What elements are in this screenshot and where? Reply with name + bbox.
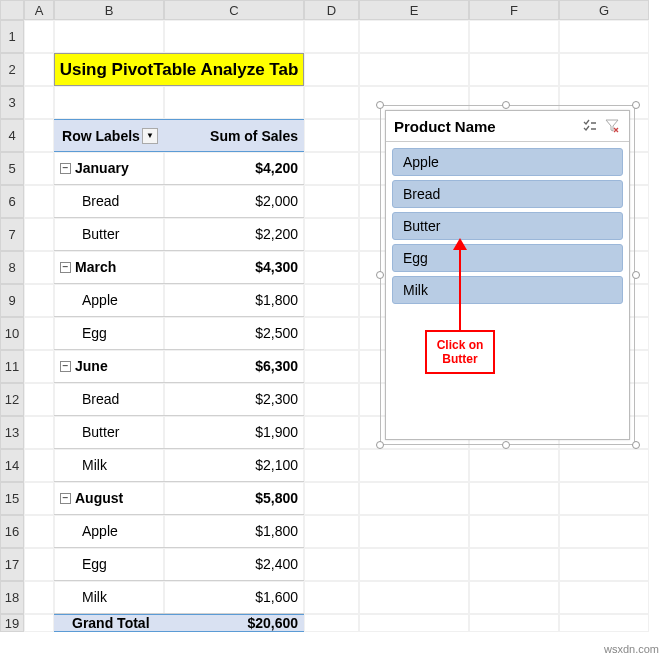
pivot-item-row[interactable]: Butter — [54, 218, 164, 251]
cell[interactable] — [304, 20, 359, 53]
cell[interactable] — [24, 482, 54, 515]
column-header[interactable]: F — [469, 0, 559, 20]
pivot-item-value[interactable]: $1,900 — [164, 416, 304, 449]
cell[interactable] — [359, 20, 469, 53]
cell[interactable] — [24, 449, 54, 482]
pivot-group-total[interactable]: $6,300 — [164, 350, 304, 383]
row-header[interactable]: 4 — [0, 119, 24, 152]
cell[interactable] — [164, 20, 304, 53]
cell[interactable] — [469, 614, 559, 632]
cell[interactable] — [469, 482, 559, 515]
cell[interactable] — [469, 53, 559, 86]
cell[interactable] — [559, 449, 649, 482]
pivot-item-row[interactable]: Milk — [54, 581, 164, 614]
clear-filter-icon[interactable] — [603, 117, 621, 135]
cell[interactable] — [24, 20, 54, 53]
pivot-item-row[interactable]: Butter — [54, 416, 164, 449]
row-header[interactable]: 13 — [0, 416, 24, 449]
cell[interactable] — [559, 548, 649, 581]
multi-select-icon[interactable] — [581, 117, 599, 135]
cell[interactable] — [559, 515, 649, 548]
cell[interactable] — [24, 218, 54, 251]
cell[interactable] — [304, 581, 359, 614]
pivot-group-total[interactable]: $5,800 — [164, 482, 304, 515]
cell[interactable] — [359, 581, 469, 614]
pivot-group-row[interactable]: −August — [54, 482, 164, 515]
cell[interactable] — [24, 251, 54, 284]
cell[interactable] — [304, 548, 359, 581]
row-header[interactable]: 1 — [0, 20, 24, 53]
pivot-item-value[interactable]: $1,800 — [164, 515, 304, 548]
pivot-item-row[interactable]: Milk — [54, 449, 164, 482]
pivot-item-row[interactable]: Apple — [54, 515, 164, 548]
cell[interactable] — [469, 449, 559, 482]
row-header[interactable]: 18 — [0, 581, 24, 614]
pivot-group-row[interactable]: −January — [54, 152, 164, 185]
pivot-group-row[interactable]: −June — [54, 350, 164, 383]
slicer-item[interactable]: Apple — [392, 148, 623, 176]
pivot-item-value[interactable]: $1,600 — [164, 581, 304, 614]
row-header[interactable]: 12 — [0, 383, 24, 416]
pivot-item-row[interactable]: Apple — [54, 284, 164, 317]
cell[interactable] — [304, 416, 359, 449]
cell[interactable] — [24, 581, 54, 614]
cell[interactable] — [54, 86, 164, 119]
pivot-item-value[interactable]: $2,200 — [164, 218, 304, 251]
row-header[interactable]: 11 — [0, 350, 24, 383]
cell[interactable] — [54, 20, 164, 53]
cell[interactable] — [304, 383, 359, 416]
collapse-icon[interactable]: − — [60, 493, 71, 504]
cell[interactable] — [469, 20, 559, 53]
dropdown-icon[interactable]: ▼ — [142, 128, 158, 144]
grand-total-label[interactable]: Grand Total — [54, 614, 164, 632]
cell[interactable] — [24, 284, 54, 317]
slicer-item[interactable]: Milk — [392, 276, 623, 304]
cell[interactable] — [24, 548, 54, 581]
cell[interactable] — [24, 515, 54, 548]
row-header[interactable]: 8 — [0, 251, 24, 284]
collapse-icon[interactable]: − — [60, 361, 71, 372]
cell[interactable] — [24, 416, 54, 449]
row-header[interactable]: 15 — [0, 482, 24, 515]
cell[interactable] — [359, 449, 469, 482]
row-header[interactable]: 5 — [0, 152, 24, 185]
cell[interactable] — [359, 614, 469, 632]
pivot-group-total[interactable]: $4,200 — [164, 152, 304, 185]
pivot-item-value[interactable]: $2,100 — [164, 449, 304, 482]
cell[interactable] — [559, 53, 649, 86]
column-header[interactable]: B — [54, 0, 164, 20]
row-header[interactable]: 3 — [0, 86, 24, 119]
collapse-icon[interactable]: − — [60, 262, 71, 273]
cell[interactable] — [359, 515, 469, 548]
cell[interactable] — [304, 152, 359, 185]
row-header[interactable]: 9 — [0, 284, 24, 317]
row-header[interactable]: 10 — [0, 317, 24, 350]
cell[interactable] — [24, 152, 54, 185]
row-header[interactable]: 14 — [0, 449, 24, 482]
column-header[interactable]: D — [304, 0, 359, 20]
cell[interactable] — [559, 581, 649, 614]
cell[interactable] — [359, 53, 469, 86]
cell[interactable] — [469, 581, 559, 614]
cell[interactable] — [304, 449, 359, 482]
pivot-item-value[interactable]: $1,800 — [164, 284, 304, 317]
cell[interactable] — [304, 482, 359, 515]
cell[interactable] — [304, 218, 359, 251]
slicer-item[interactable]: Butter — [392, 212, 623, 240]
cell[interactable] — [304, 317, 359, 350]
cell[interactable] — [24, 53, 54, 86]
cell[interactable] — [24, 317, 54, 350]
cell[interactable] — [24, 614, 54, 632]
row-header[interactable]: 6 — [0, 185, 24, 218]
pivot-item-value[interactable]: $2,000 — [164, 185, 304, 218]
row-header[interactable]: 19 — [0, 614, 24, 632]
column-header[interactable]: A — [24, 0, 54, 20]
pivot-item-row[interactable]: Bread — [54, 383, 164, 416]
cell[interactable] — [304, 350, 359, 383]
cell[interactable] — [304, 185, 359, 218]
row-header[interactable]: 17 — [0, 548, 24, 581]
cell[interactable] — [304, 53, 359, 86]
row-header[interactable]: 2 — [0, 53, 24, 86]
cell[interactable] — [469, 515, 559, 548]
cell[interactable] — [304, 515, 359, 548]
